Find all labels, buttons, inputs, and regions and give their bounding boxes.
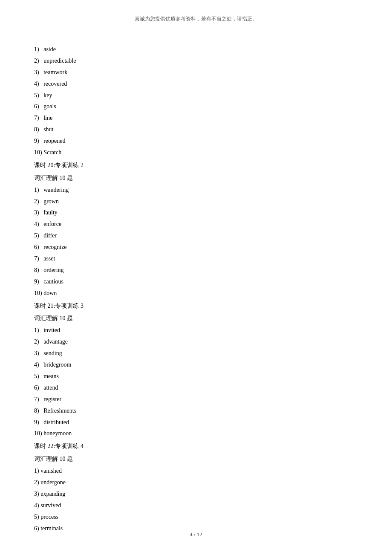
list-item: 1) vanished xyxy=(34,465,358,477)
list-item: 10) down xyxy=(34,288,358,299)
section-2: 课时 20:专项训练 2 词汇理解 10 题 1) wandering 2) g… xyxy=(34,160,358,299)
list-item: 7) line xyxy=(34,113,358,124)
list-item: 4) survived xyxy=(34,500,358,511)
page-number: 4 / 12 xyxy=(190,531,202,538)
section-title: 课时 21:专项训练 3 xyxy=(34,301,358,312)
list-item: 9) cautious xyxy=(34,276,358,287)
list-item: 1) aside xyxy=(34,44,358,55)
section-subtitle: 词汇理解 10 题 xyxy=(34,454,358,465)
section-subtitle: 词汇理解 10 题 xyxy=(34,313,358,324)
section-3: 课时 21:专项训练 3 词汇理解 10 题 1) invited 2) adv… xyxy=(34,301,358,439)
section-subtitle: 词汇理解 10 题 xyxy=(34,173,358,184)
list-item: 5) process xyxy=(34,512,358,523)
list-item: 4) bridegroom xyxy=(34,359,358,370)
list-item: 3) teamwork xyxy=(34,67,358,78)
list-item: 10) Scratch xyxy=(34,147,358,158)
list-item: 7) register xyxy=(34,394,358,405)
section-4: 课时 22:专项训练 4 词汇理解 10 题 1) vanished 2) un… xyxy=(34,441,358,534)
page-footer: 4 / 12 xyxy=(0,531,392,538)
list-item: 3) faulty xyxy=(34,207,358,218)
section-title: 课时 22:专项训练 4 xyxy=(34,441,358,452)
list-item: 2) unpredictable xyxy=(34,55,358,66)
list-item: 2) advantage xyxy=(34,336,358,347)
header-note: 真诚为您提供优质参考资料，若有不当之处，请指正。 xyxy=(0,0,392,31)
list-item: 3) sending xyxy=(34,348,358,359)
list-item: 8) shut xyxy=(34,124,358,135)
list-item: 9) distributed xyxy=(34,417,358,428)
list-item: 5) means xyxy=(34,371,358,382)
list-item: 1) wandering xyxy=(34,185,358,196)
list-item: 5) key xyxy=(34,90,358,101)
main-content: 1) aside 2) unpredictable 3) teamwork 4)… xyxy=(0,31,392,534)
list-item: 9) reopened xyxy=(34,136,358,147)
list-item: 8) Refreshments xyxy=(34,405,358,416)
section-1: 1) aside 2) unpredictable 3) teamwork 4)… xyxy=(34,44,358,158)
section-title: 课时 20:专项训练 2 xyxy=(34,160,358,171)
list-item: 4) recovered xyxy=(34,78,358,90)
list-item: 4) enforce xyxy=(34,219,358,230)
list-item: 2) grown xyxy=(34,196,358,207)
list-item: 3) expanding xyxy=(34,489,358,500)
list-item: 6) recognize xyxy=(34,242,358,253)
list-item: 10) honeymoon xyxy=(34,428,358,439)
list-item: 2) undergone xyxy=(34,477,358,488)
list-item: 8) ordering xyxy=(34,265,358,276)
list-item: 1) invited xyxy=(34,325,358,336)
list-item: 6) attend xyxy=(34,382,358,393)
list-item: 6) goals xyxy=(34,101,358,112)
list-item: 5) differ xyxy=(34,230,358,241)
list-item: 7) asset xyxy=(34,253,358,264)
